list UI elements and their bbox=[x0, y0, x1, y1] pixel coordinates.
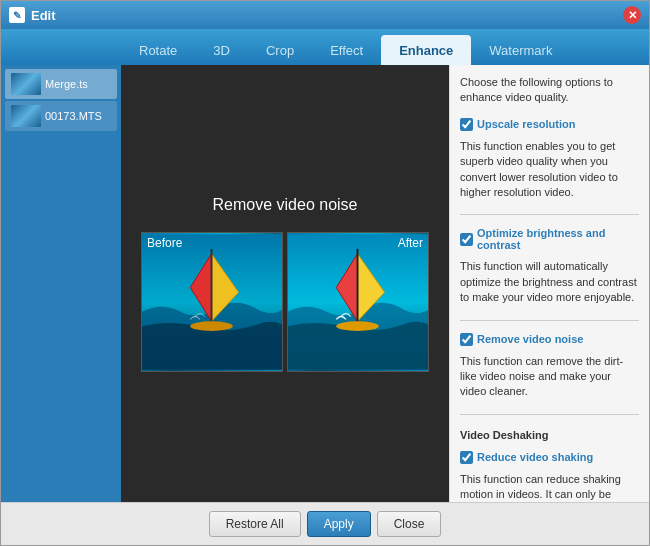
restore-all-button[interactable]: Restore All bbox=[209, 511, 301, 537]
main-preview: Remove video noise Before bbox=[121, 65, 449, 502]
after-image bbox=[287, 232, 429, 372]
file-thumb-merge bbox=[11, 73, 41, 95]
shaking-label[interactable]: Reduce video shaking bbox=[477, 451, 593, 463]
noise-row: Remove video noise bbox=[460, 333, 639, 346]
tab-effect[interactable]: Effect bbox=[312, 35, 381, 65]
before-image bbox=[141, 232, 283, 372]
noise-desc: This function can remove the dirt-like v… bbox=[460, 354, 639, 400]
bottom-buttons: Restore All Apply Close bbox=[1, 502, 649, 545]
file-label-merge: Merge.ts bbox=[45, 78, 88, 90]
file-thumb-video bbox=[11, 105, 41, 127]
nav-tabs: Rotate 3D Crop Effect Enhance Watermark bbox=[1, 29, 649, 65]
before-image-wrap: Before bbox=[141, 232, 283, 372]
file-label-video: 00173.MTS bbox=[45, 110, 102, 122]
brightness-row: Optimize brightness and contrast bbox=[460, 227, 639, 251]
shaking-checkbox[interactable] bbox=[460, 451, 473, 464]
tab-crop[interactable]: Crop bbox=[248, 35, 312, 65]
before-svg bbox=[142, 233, 282, 371]
noise-checkbox[interactable] bbox=[460, 333, 473, 346]
app-icon: ✎ bbox=[9, 7, 25, 23]
after-label: After bbox=[398, 236, 423, 250]
tab-watermark[interactable]: Watermark bbox=[471, 35, 570, 65]
after-svg bbox=[288, 233, 428, 371]
noise-label[interactable]: Remove video noise bbox=[477, 333, 583, 345]
content-area: Merge.ts 00173.MTS Remove video noise Be… bbox=[1, 65, 649, 502]
apply-button[interactable]: Apply bbox=[307, 511, 371, 537]
deshaking-header: Video Deshaking bbox=[460, 429, 639, 441]
tab-3d[interactable]: 3D bbox=[195, 35, 248, 65]
upscale-row: Upscale resolution bbox=[460, 118, 639, 131]
svg-point-4 bbox=[190, 321, 232, 331]
tab-enhance[interactable]: Enhance bbox=[381, 35, 471, 65]
divider-3 bbox=[460, 414, 639, 415]
close-bottom-button[interactable]: Close bbox=[377, 511, 442, 537]
before-label: Before bbox=[147, 236, 182, 250]
edit-window: ✎ Edit ✕ Rotate 3D Crop Effect Enhance W… bbox=[0, 0, 650, 546]
window-title: Edit bbox=[31, 8, 623, 23]
upscale-label[interactable]: Upscale resolution bbox=[477, 118, 575, 130]
preview-images: Before bbox=[141, 232, 429, 372]
after-image-wrap: After bbox=[287, 232, 429, 372]
tab-rotate[interactable]: Rotate bbox=[121, 35, 195, 65]
file-item-merge[interactable]: Merge.ts bbox=[5, 69, 117, 99]
divider-2 bbox=[460, 320, 639, 321]
upscale-checkbox[interactable] bbox=[460, 118, 473, 131]
left-panel: Merge.ts 00173.MTS bbox=[1, 65, 121, 502]
brightness-desc: This function will automatically optimiz… bbox=[460, 259, 639, 305]
right-panel: Choose the following options to enhance … bbox=[449, 65, 649, 502]
shaking-row: Reduce video shaking bbox=[460, 451, 639, 464]
brightness-checkbox[interactable] bbox=[460, 233, 473, 246]
upscale-desc: This function enables you to get superb … bbox=[460, 139, 639, 201]
close-button[interactable]: ✕ bbox=[623, 6, 641, 24]
enhance-intro: Choose the following options to enhance … bbox=[460, 75, 639, 106]
title-bar: ✎ Edit ✕ bbox=[1, 1, 649, 29]
brightness-label[interactable]: Optimize brightness and contrast bbox=[477, 227, 639, 251]
shaking-desc: This function can reduce shaking motion … bbox=[460, 472, 639, 502]
divider-1 bbox=[460, 214, 639, 215]
file-item-video[interactable]: 00173.MTS bbox=[5, 101, 117, 131]
preview-title: Remove video noise bbox=[213, 196, 358, 214]
svg-point-9 bbox=[336, 321, 378, 331]
